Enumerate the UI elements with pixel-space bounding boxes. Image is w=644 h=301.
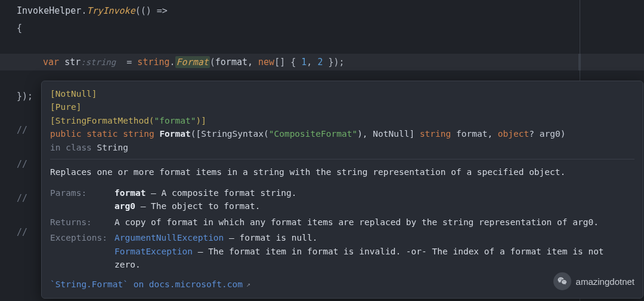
watermark: amazingdotnet [553,272,634,290]
params-row: Params: format – A composite format stri… [50,186,634,213]
variable-name: str [64,57,80,67]
format-method: Format [175,56,210,68]
class-location: in class String [50,141,634,154]
annotation: [NotNull] [50,87,634,100]
keyword-var: var [43,57,59,67]
divider [50,159,634,159]
params-label: Params: [50,186,114,199]
exceptions-row: Exceptions: ArgumentNullException – form… [50,231,634,271]
annotation: [StringFormatMethod("format")] [50,114,634,127]
annotation: [Pure] [50,100,634,113]
blank-line [0,36,644,54]
exception-link[interactable]: ArgumentNullException [114,233,224,242]
watermark-text: amazingdotnet [576,277,634,287]
external-docs-link[interactable]: `String.Format` on docs.microsoft.com ↗ [50,278,634,291]
type-hint: :string [80,57,116,67]
type-name: InvokeHelper [17,5,81,16]
method-signature: public static string Format([StringSynta… [50,127,634,140]
returns-row: Returns: A copy of format in which any f… [50,216,634,229]
returns-label: Returns: [50,216,114,229]
documentation-tooltip: [NotNull] [Pure] [StringFormatMethod("fo… [41,81,643,299]
param-name: format [114,188,145,198]
summary-text: Replaces one or more format items in a s… [50,165,634,179]
code-line: { [0,20,644,37]
active-code-line[interactable]: var str:string = string.Format(format, n… [0,54,644,71]
method-call: TryInvoke [86,5,135,16]
exception-link[interactable]: FormatException [114,247,193,256]
param-name: arg0 [114,201,135,211]
exceptions-label: Exceptions: [50,231,114,244]
external-link-icon: ↗ [246,279,250,290]
wechat-icon [553,272,571,290]
code-line: InvokeHelper.TryInvoke(() => [0,2,644,20]
